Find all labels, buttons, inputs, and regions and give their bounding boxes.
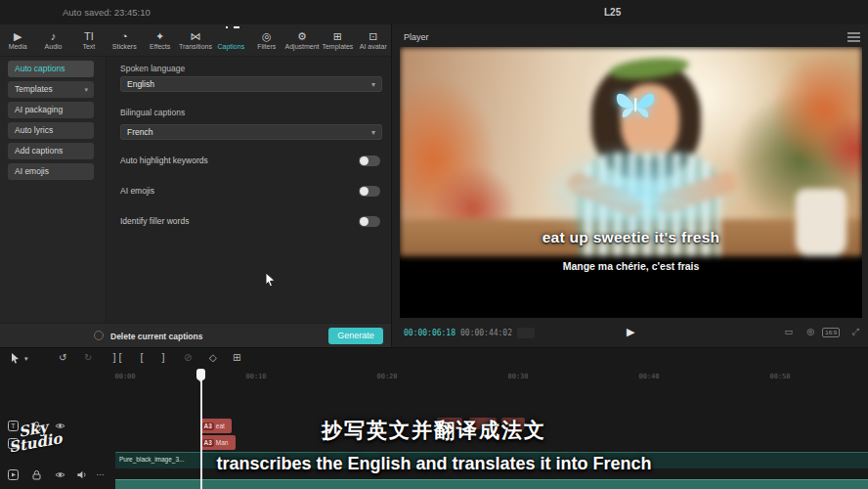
captions-footer: Delete current captions Generate bbox=[0, 323, 391, 347]
sidebar-item-add-captions[interactable]: Add captions bbox=[8, 143, 94, 159]
ai-emojis-toggle[interactable] bbox=[359, 186, 380, 197]
subtitle-chinese: 抄写英文并翻译成法文 bbox=[0, 417, 868, 444]
toggle-knob bbox=[360, 156, 369, 165]
auto-captions-panel: Spoken language English ▾ Bilingual capt… bbox=[106, 57, 391, 323]
video-caption-french: Mange ma chérie, c'est frais bbox=[400, 260, 862, 272]
tab-label: Transitions bbox=[179, 43, 212, 50]
chevron-down-icon: ▾ bbox=[371, 78, 375, 92]
tab-label: Effects bbox=[150, 43, 170, 50]
subtitle-english: transcribes the English and translates i… bbox=[0, 454, 868, 474]
mouse-cursor-icon bbox=[264, 272, 277, 288]
text-icon: TI bbox=[84, 30, 94, 42]
player-menu-icon[interactable] bbox=[847, 32, 860, 44]
ai-emojis-label: AI emojis bbox=[120, 186, 154, 196]
undo-icon[interactable]: ↺ bbox=[59, 352, 66, 363]
filters-icon: ◎ bbox=[262, 30, 272, 42]
zoom-focus-icon[interactable]: ◎ bbox=[806, 327, 814, 336]
audio-clip-track[interactable] bbox=[115, 479, 868, 489]
delete-icon[interactable]: ⊘ bbox=[184, 352, 192, 363]
identify-filler-toggle[interactable] bbox=[359, 216, 380, 227]
fullscreen-icon[interactable]: ⤢ bbox=[852, 327, 859, 337]
chevron-down-icon: ▾ bbox=[84, 81, 88, 98]
trim-left-icon[interactable]: [ bbox=[139, 352, 145, 363]
ruler-label: 00:40 bbox=[638, 373, 659, 380]
tab-templates[interactable]: ⊞ Templates bbox=[320, 30, 355, 50]
select-tool-chevron-icon[interactable]: ▾ bbox=[24, 355, 28, 363]
tab-label: Audio bbox=[45, 43, 63, 50]
mask-icon[interactable]: ◇ bbox=[209, 352, 217, 363]
auto-highlight-label: Auto highlight keywords bbox=[120, 156, 208, 165]
transitions-icon: ⋈ bbox=[190, 30, 200, 42]
ruler-label: 00:30 bbox=[507, 373, 528, 380]
playhead-handle[interactable] bbox=[196, 369, 205, 380]
tab-adjustment[interactable]: ⚙ Adjustment bbox=[284, 30, 320, 50]
delete-current-captions-checkbox[interactable] bbox=[94, 331, 104, 340]
timeline-ruler[interactable]: 00:00 00:10 00:20 00:30 00:40 00:50 bbox=[0, 370, 868, 385]
play-button[interactable]: ▶ bbox=[627, 326, 634, 338]
stickers-icon: ◔ bbox=[121, 30, 128, 42]
effects-icon: ✦ bbox=[155, 30, 164, 42]
tab-captions[interactable]: Captions bbox=[213, 30, 248, 50]
sidebar-item-label: Auto captions bbox=[15, 64, 65, 73]
player-title: Player bbox=[404, 32, 429, 42]
sidebar-item-label: AI packaging bbox=[15, 105, 63, 114]
tab-transitions[interactable]: ⋈ Transitions bbox=[178, 30, 213, 50]
sidebar-item-label: Templates bbox=[15, 84, 53, 94]
redo-icon[interactable]: ↻ bbox=[84, 352, 92, 363]
tab-ai-avatar[interactable]: ⊡ AI avatar bbox=[356, 30, 391, 50]
total-timecode: 00:00:44:02 bbox=[460, 329, 512, 337]
sidebar-item-auto-captions[interactable]: Auto captions bbox=[8, 61, 94, 77]
auto-highlight-toggle[interactable] bbox=[359, 156, 380, 166]
bilingual-captions-select[interactable]: French ▾ bbox=[120, 124, 382, 140]
timecode-menu[interactable] bbox=[517, 328, 535, 338]
tab-stickers[interactable]: ◔ Stickers bbox=[107, 30, 142, 50]
video-preview[interactable]: eat up sweetie it's fresh Mange ma chéri… bbox=[400, 47, 862, 318]
tab-label: Filters bbox=[257, 43, 276, 50]
tab-label: Adjustment bbox=[285, 43, 320, 50]
player-panel: Player bbox=[391, 24, 868, 347]
delete-current-captions-label: Delete current captions bbox=[110, 332, 202, 341]
tab-label: Stickers bbox=[112, 43, 137, 50]
sidebar-item-label: AI emojis bbox=[15, 166, 49, 176]
video-caption-english: eat up sweetie it's fresh bbox=[400, 229, 862, 246]
sidebar-item-ai-packaging[interactable]: AI packaging bbox=[8, 102, 94, 118]
sidebar-item-auto-lyrics[interactable]: Auto lyrics bbox=[8, 122, 94, 139]
extract-frames-icon[interactable]: ⊞ bbox=[233, 352, 240, 363]
player-controls: 00:00:06:18 00:00:44:02 ▶ ▭ ◎ 16:9 ⤢ bbox=[392, 318, 868, 347]
tab-label: Media bbox=[9, 43, 27, 50]
tab-media[interactable]: ▶ Media bbox=[0, 30, 35, 50]
adjustment-icon: ⚙ bbox=[297, 30, 307, 42]
sidebar-item-label: Add captions bbox=[15, 146, 63, 156]
select-tool-icon[interactable] bbox=[10, 352, 21, 364]
generate-button[interactable]: Generate bbox=[328, 328, 383, 344]
butterfly-icon bbox=[613, 88, 658, 125]
split-icon[interactable]: ][ bbox=[111, 352, 123, 363]
preview-quality-icon[interactable]: ▭ bbox=[784, 327, 793, 336]
tab-label: Text bbox=[82, 43, 95, 50]
current-timecode: 00:00:06:18 bbox=[404, 329, 456, 337]
tab-label: Templates bbox=[322, 43, 353, 50]
project-title: L25 bbox=[604, 7, 621, 18]
tab-text[interactable]: TI Text bbox=[71, 30, 107, 50]
top-bar: Auto saved: 23:45:10 L25 bbox=[0, 0, 868, 24]
sidebar-item-ai-emojis[interactable]: AI emojis bbox=[8, 163, 94, 180]
timeline-toolbar: ▾ ↺ ↻ ][ [ ] ⊘ ◇ ⊞ bbox=[0, 348, 868, 370]
ruler-label: 00:00 bbox=[114, 373, 135, 380]
ruler-label: 00:50 bbox=[769, 373, 790, 380]
tab-effects[interactable]: ✦ Effects bbox=[142, 30, 177, 50]
tab-filters[interactable]: ◎ Filters bbox=[249, 30, 284, 50]
sidebar-item-label: Auto lyrics bbox=[15, 125, 53, 135]
tab-label: Captions bbox=[218, 43, 245, 50]
identify-filler-label: Identify filler words bbox=[120, 216, 189, 226]
aspect-ratio-icon[interactable]: 16:9 bbox=[822, 328, 840, 337]
trim-right-icon[interactable]: ] bbox=[160, 352, 166, 363]
tab-audio[interactable]: ♪ Audio bbox=[35, 30, 70, 50]
autosave-status: Auto saved: 23:45:10 bbox=[63, 7, 151, 18]
spoken-language-select[interactable]: English ▾ bbox=[120, 76, 382, 92]
captions-sidebar: Auto captions Templates ▾ AI packaging A… bbox=[0, 57, 106, 323]
sidebar-item-templates[interactable]: Templates ▾ bbox=[8, 81, 94, 98]
ruler-label: 00:20 bbox=[376, 373, 397, 380]
spoken-language-value: English bbox=[127, 79, 154, 89]
tab-label: AI avatar bbox=[360, 43, 387, 50]
toggle-knob bbox=[360, 187, 369, 196]
